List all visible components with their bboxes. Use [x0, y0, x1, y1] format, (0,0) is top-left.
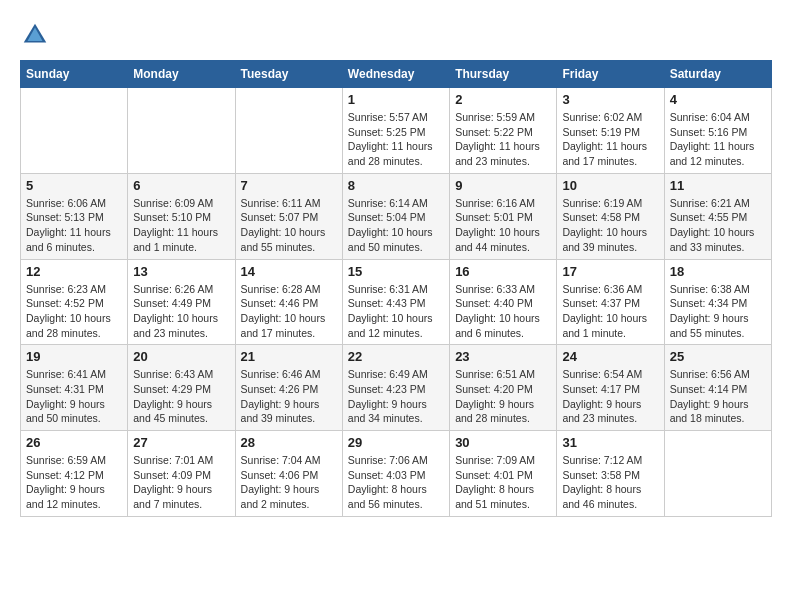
calendar-cell: 20Sunrise: 6:43 AM Sunset: 4:29 PM Dayli… — [128, 345, 235, 431]
day-number: 6 — [133, 178, 229, 193]
day-number: 11 — [670, 178, 766, 193]
calendar-cell: 21Sunrise: 6:46 AM Sunset: 4:26 PM Dayli… — [235, 345, 342, 431]
logo-icon — [20, 20, 50, 50]
weekday-header-sunday: Sunday — [21, 61, 128, 88]
calendar-cell: 17Sunrise: 6:36 AM Sunset: 4:37 PM Dayli… — [557, 259, 664, 345]
day-number: 5 — [26, 178, 122, 193]
day-info: Sunrise: 5:57 AM Sunset: 5:25 PM Dayligh… — [348, 110, 444, 169]
day-info: Sunrise: 6:02 AM Sunset: 5:19 PM Dayligh… — [562, 110, 658, 169]
day-info: Sunrise: 6:31 AM Sunset: 4:43 PM Dayligh… — [348, 282, 444, 341]
logo — [20, 20, 54, 50]
day-info: Sunrise: 6:21 AM Sunset: 4:55 PM Dayligh… — [670, 196, 766, 255]
weekday-header-thursday: Thursday — [450, 61, 557, 88]
day-number: 24 — [562, 349, 658, 364]
day-number: 9 — [455, 178, 551, 193]
day-info: Sunrise: 6:59 AM Sunset: 4:12 PM Dayligh… — [26, 453, 122, 512]
calendar-cell: 29Sunrise: 7:06 AM Sunset: 4:03 PM Dayli… — [342, 431, 449, 517]
calendar-cell: 4Sunrise: 6:04 AM Sunset: 5:16 PM Daylig… — [664, 88, 771, 174]
calendar-cell: 25Sunrise: 6:56 AM Sunset: 4:14 PM Dayli… — [664, 345, 771, 431]
day-number: 29 — [348, 435, 444, 450]
weekday-header-wednesday: Wednesday — [342, 61, 449, 88]
calendar-header-row: SundayMondayTuesdayWednesdayThursdayFrid… — [21, 61, 772, 88]
weekday-header-friday: Friday — [557, 61, 664, 88]
calendar-week-1: 1Sunrise: 5:57 AM Sunset: 5:25 PM Daylig… — [21, 88, 772, 174]
calendar-cell: 26Sunrise: 6:59 AM Sunset: 4:12 PM Dayli… — [21, 431, 128, 517]
day-info: Sunrise: 6:46 AM Sunset: 4:26 PM Dayligh… — [241, 367, 337, 426]
calendar-cell: 13Sunrise: 6:26 AM Sunset: 4:49 PM Dayli… — [128, 259, 235, 345]
calendar-cell: 19Sunrise: 6:41 AM Sunset: 4:31 PM Dayli… — [21, 345, 128, 431]
day-number: 30 — [455, 435, 551, 450]
day-number: 28 — [241, 435, 337, 450]
day-number: 26 — [26, 435, 122, 450]
day-info: Sunrise: 6:43 AM Sunset: 4:29 PM Dayligh… — [133, 367, 229, 426]
calendar-cell: 27Sunrise: 7:01 AM Sunset: 4:09 PM Dayli… — [128, 431, 235, 517]
day-info: Sunrise: 6:41 AM Sunset: 4:31 PM Dayligh… — [26, 367, 122, 426]
day-info: Sunrise: 6:51 AM Sunset: 4:20 PM Dayligh… — [455, 367, 551, 426]
calendar-cell: 7Sunrise: 6:11 AM Sunset: 5:07 PM Daylig… — [235, 173, 342, 259]
day-number: 18 — [670, 264, 766, 279]
day-number: 8 — [348, 178, 444, 193]
day-number: 14 — [241, 264, 337, 279]
calendar-week-4: 19Sunrise: 6:41 AM Sunset: 4:31 PM Dayli… — [21, 345, 772, 431]
day-number: 1 — [348, 92, 444, 107]
day-info: Sunrise: 7:06 AM Sunset: 4:03 PM Dayligh… — [348, 453, 444, 512]
calendar-body: 1Sunrise: 5:57 AM Sunset: 5:25 PM Daylig… — [21, 88, 772, 517]
calendar-cell — [128, 88, 235, 174]
day-info: Sunrise: 6:49 AM Sunset: 4:23 PM Dayligh… — [348, 367, 444, 426]
calendar-cell: 10Sunrise: 6:19 AM Sunset: 4:58 PM Dayli… — [557, 173, 664, 259]
day-info: Sunrise: 6:16 AM Sunset: 5:01 PM Dayligh… — [455, 196, 551, 255]
day-number: 7 — [241, 178, 337, 193]
calendar-cell: 8Sunrise: 6:14 AM Sunset: 5:04 PM Daylig… — [342, 173, 449, 259]
day-number: 17 — [562, 264, 658, 279]
day-info: Sunrise: 6:36 AM Sunset: 4:37 PM Dayligh… — [562, 282, 658, 341]
calendar-cell: 23Sunrise: 6:51 AM Sunset: 4:20 PM Dayli… — [450, 345, 557, 431]
day-info: Sunrise: 6:33 AM Sunset: 4:40 PM Dayligh… — [455, 282, 551, 341]
day-info: Sunrise: 7:09 AM Sunset: 4:01 PM Dayligh… — [455, 453, 551, 512]
calendar-cell: 6Sunrise: 6:09 AM Sunset: 5:10 PM Daylig… — [128, 173, 235, 259]
calendar-cell: 9Sunrise: 6:16 AM Sunset: 5:01 PM Daylig… — [450, 173, 557, 259]
day-info: Sunrise: 6:04 AM Sunset: 5:16 PM Dayligh… — [670, 110, 766, 169]
calendar-cell: 2Sunrise: 5:59 AM Sunset: 5:22 PM Daylig… — [450, 88, 557, 174]
day-info: Sunrise: 6:28 AM Sunset: 4:46 PM Dayligh… — [241, 282, 337, 341]
calendar-cell — [21, 88, 128, 174]
calendar-cell: 22Sunrise: 6:49 AM Sunset: 4:23 PM Dayli… — [342, 345, 449, 431]
day-info: Sunrise: 6:11 AM Sunset: 5:07 PM Dayligh… — [241, 196, 337, 255]
day-info: Sunrise: 6:26 AM Sunset: 4:49 PM Dayligh… — [133, 282, 229, 341]
calendar-week-3: 12Sunrise: 6:23 AM Sunset: 4:52 PM Dayli… — [21, 259, 772, 345]
day-number: 25 — [670, 349, 766, 364]
calendar-week-2: 5Sunrise: 6:06 AM Sunset: 5:13 PM Daylig… — [21, 173, 772, 259]
day-info: Sunrise: 6:06 AM Sunset: 5:13 PM Dayligh… — [26, 196, 122, 255]
calendar-cell: 3Sunrise: 6:02 AM Sunset: 5:19 PM Daylig… — [557, 88, 664, 174]
calendar-cell: 5Sunrise: 6:06 AM Sunset: 5:13 PM Daylig… — [21, 173, 128, 259]
day-info: Sunrise: 6:19 AM Sunset: 4:58 PM Dayligh… — [562, 196, 658, 255]
day-info: Sunrise: 6:56 AM Sunset: 4:14 PM Dayligh… — [670, 367, 766, 426]
weekday-header-monday: Monday — [128, 61, 235, 88]
weekday-header-tuesday: Tuesday — [235, 61, 342, 88]
calendar-cell: 24Sunrise: 6:54 AM Sunset: 4:17 PM Dayli… — [557, 345, 664, 431]
day-number: 21 — [241, 349, 337, 364]
day-number: 23 — [455, 349, 551, 364]
page-header — [20, 20, 772, 50]
day-number: 2 — [455, 92, 551, 107]
day-number: 3 — [562, 92, 658, 107]
day-info: Sunrise: 6:38 AM Sunset: 4:34 PM Dayligh… — [670, 282, 766, 341]
day-info: Sunrise: 7:01 AM Sunset: 4:09 PM Dayligh… — [133, 453, 229, 512]
calendar-cell: 14Sunrise: 6:28 AM Sunset: 4:46 PM Dayli… — [235, 259, 342, 345]
day-info: Sunrise: 6:14 AM Sunset: 5:04 PM Dayligh… — [348, 196, 444, 255]
calendar-cell: 15Sunrise: 6:31 AM Sunset: 4:43 PM Dayli… — [342, 259, 449, 345]
day-info: Sunrise: 5:59 AM Sunset: 5:22 PM Dayligh… — [455, 110, 551, 169]
calendar-cell — [235, 88, 342, 174]
day-info: Sunrise: 7:04 AM Sunset: 4:06 PM Dayligh… — [241, 453, 337, 512]
day-number: 27 — [133, 435, 229, 450]
day-number: 19 — [26, 349, 122, 364]
day-info: Sunrise: 6:09 AM Sunset: 5:10 PM Dayligh… — [133, 196, 229, 255]
calendar-cell: 30Sunrise: 7:09 AM Sunset: 4:01 PM Dayli… — [450, 431, 557, 517]
weekday-header-saturday: Saturday — [664, 61, 771, 88]
calendar-cell: 31Sunrise: 7:12 AM Sunset: 3:58 PM Dayli… — [557, 431, 664, 517]
day-number: 16 — [455, 264, 551, 279]
day-info: Sunrise: 6:54 AM Sunset: 4:17 PM Dayligh… — [562, 367, 658, 426]
day-number: 15 — [348, 264, 444, 279]
day-number: 20 — [133, 349, 229, 364]
calendar-cell: 1Sunrise: 5:57 AM Sunset: 5:25 PM Daylig… — [342, 88, 449, 174]
calendar-week-5: 26Sunrise: 6:59 AM Sunset: 4:12 PM Dayli… — [21, 431, 772, 517]
